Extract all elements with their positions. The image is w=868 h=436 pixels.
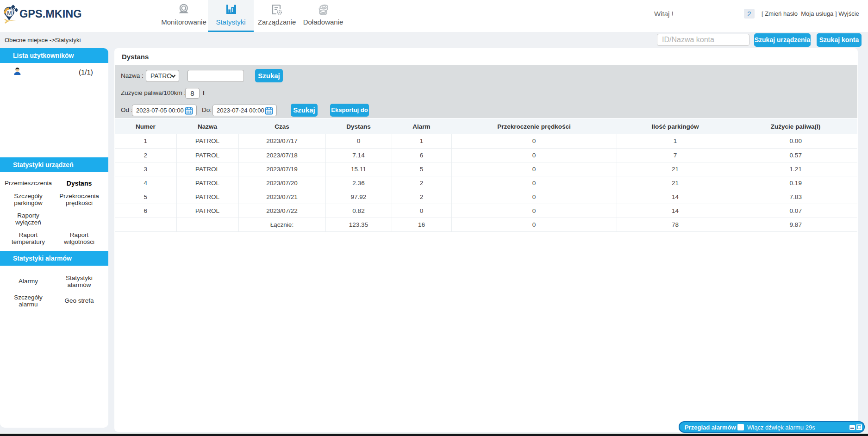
svg-text:M: M [7, 10, 12, 17]
